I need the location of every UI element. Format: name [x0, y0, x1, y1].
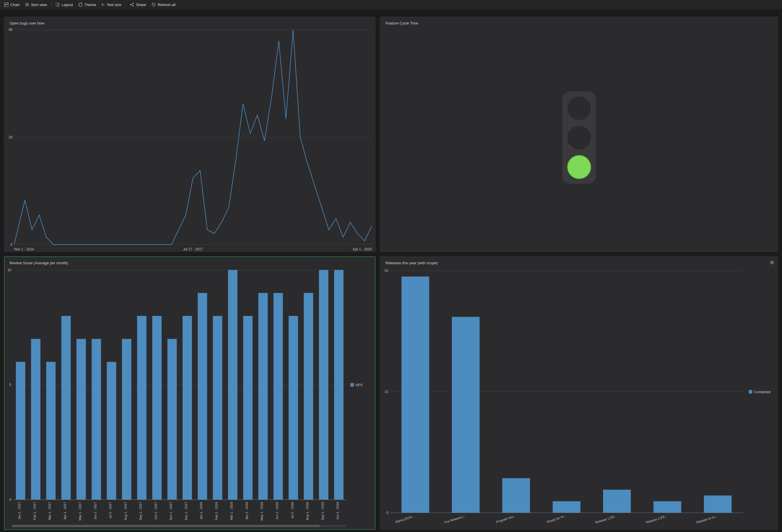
svg-text:Feb 1 - 2017: Feb 1 - 2017	[33, 502, 36, 520]
svg-text:21: 21	[385, 390, 389, 394]
svg-point-9	[133, 3, 134, 4]
panel-releases[interactable]: Releases this year (with scope) 02142Alp…	[380, 256, 778, 530]
svg-text:Alpha [2019-...: Alpha [2019-...	[395, 514, 416, 524]
svg-text:Feb 1 - 2018: Feb 1 - 2018	[215, 502, 218, 520]
svg-rect-71	[304, 293, 313, 500]
bar-chart: 0510Jan 1 - 2017Feb 1 - 2017Mar 1 - 2017…	[4, 266, 375, 529]
svg-text:Jun 1 - 2017: Jun 1 - 2017	[94, 502, 97, 520]
panel-title: Open bugs over time	[4, 17, 375, 27]
scrollbar-thumb[interactable]	[12, 525, 320, 527]
svg-rect-45	[107, 362, 116, 500]
svg-rect-93	[502, 478, 530, 513]
svg-point-7	[79, 3, 82, 6]
svg-text:May 1 - 2018: May 1 - 2018	[260, 502, 264, 521]
chart-button[interactable]: Chart	[2, 1, 22, 8]
svg-text:Jun 1 - 2018: Jun 1 - 2018	[275, 502, 279, 520]
svg-rect-39	[62, 316, 71, 500]
panel-review-score[interactable]: Review Score (Average per month) 0510Jan…	[4, 256, 376, 530]
svg-text:Sep 1 - 2018: Sep 1 - 2018	[321, 502, 324, 520]
svg-text:Jan 1 - 2017: Jan 1 - 2017	[17, 502, 21, 520]
list-icon	[25, 2, 29, 7]
svg-text:NPS: NPS	[356, 383, 363, 387]
panel-feature-cycle[interactable]: Feature Cycle Time	[380, 17, 778, 252]
text-size-button[interactable]: A+ Text size	[99, 1, 123, 8]
svg-rect-91	[452, 317, 479, 513]
svg-text:Oct 1 - 2018: Oct 1 - 2018	[336, 502, 339, 520]
svg-text:58: 58	[9, 28, 13, 32]
svg-rect-37	[46, 362, 56, 500]
svg-rect-89	[402, 277, 429, 513]
panel-open-bugs[interactable]: Open bugs over time 02958Nov 1 - 2014Jul…	[4, 17, 376, 252]
svg-text:Nov 1 - 2017: Nov 1 - 2017	[169, 502, 173, 520]
refresh-icon	[151, 2, 156, 7]
svg-text:Apr 1 - 2020: Apr 1 - 2020	[353, 247, 372, 251]
svg-rect-6	[58, 5, 60, 6]
svg-text:Aug 1 - 2017: Aug 1 - 2017	[124, 502, 127, 520]
svg-text:Release 1 [20...: Release 1 [20...	[595, 514, 617, 524]
panel-menu-button[interactable]	[769, 260, 775, 265]
horizontal-scrollbar[interactable]	[12, 525, 346, 527]
svg-rect-63	[243, 316, 253, 500]
chart-icon	[4, 2, 9, 7]
svg-rect-77	[350, 383, 354, 387]
svg-text:Release 2 [20...: Release 2 [20...	[645, 514, 668, 524]
svg-text:5: 5	[9, 383, 11, 387]
svg-rect-35	[31, 339, 41, 500]
refresh-all-button[interactable]: Refresh all	[149, 1, 178, 8]
svg-line-12	[131, 5, 133, 6]
layout-icon	[56, 2, 60, 7]
theme-label: Theme	[84, 3, 96, 7]
svg-text:Jul 17 - 2017: Jul 17 - 2017	[183, 247, 203, 251]
bar-chart: 02142Alpha [2019-...Pre Release [...Prog…	[380, 266, 778, 529]
item-view-button[interactable]: Item view	[23, 1, 49, 8]
svg-rect-41	[76, 339, 86, 500]
layout-button[interactable]: Layout	[53, 1, 75, 8]
svg-text:Jul 1 - 2018: Jul 1 - 2018	[291, 502, 294, 519]
svg-line-11	[131, 4, 133, 5]
svg-text:Mar 1 - 2018: Mar 1 - 2018	[230, 502, 233, 520]
svg-text:Nov 1 - 2014: Nov 1 - 2014	[14, 247, 34, 251]
svg-text:Program Incr...: Program Incr...	[495, 514, 516, 524]
svg-rect-103	[749, 390, 752, 393]
svg-rect-43	[92, 339, 101, 500]
svg-rect-5	[58, 3, 60, 4]
svg-rect-73	[319, 270, 328, 500]
panel-body	[380, 27, 778, 252]
svg-rect-51	[152, 316, 162, 500]
svg-rect-69	[289, 316, 298, 500]
svg-rect-101	[704, 495, 732, 513]
svg-rect-49	[137, 316, 147, 500]
svg-text:42: 42	[385, 269, 389, 273]
svg-rect-99	[653, 501, 681, 513]
svg-rect-61	[228, 270, 238, 500]
line-chart: 02958Nov 1 - 2014Jul 17 - 2017Apr 1 - 20…	[4, 27, 375, 252]
svg-point-10	[133, 5, 134, 6]
svg-text:Ready for Pr...: Ready for Pr...	[546, 514, 567, 524]
svg-text:Aug 1 - 2018: Aug 1 - 2018	[306, 502, 309, 520]
svg-rect-97	[603, 490, 631, 513]
svg-rect-53	[167, 339, 177, 500]
svg-text:Mar 1 - 2017: Mar 1 - 2017	[48, 502, 51, 520]
svg-text:0: 0	[10, 243, 12, 247]
panel-body: 02142Alpha [2019-...Pre Release [...Prog…	[380, 266, 778, 529]
panel-body: 02958Nov 1 - 2014Jul 17 - 2017Apr 1 - 20…	[4, 27, 375, 252]
share-button[interactable]: Share	[127, 1, 148, 8]
share-icon	[130, 2, 134, 7]
svg-rect-55	[183, 316, 192, 500]
svg-text:May 1 - 2017: May 1 - 2017	[78, 502, 82, 521]
svg-rect-67	[274, 293, 283, 500]
layout-label: Layout	[62, 3, 73, 7]
panel-body: 0510Jan 1 - 2017Feb 1 - 2017Mar 1 - 2017…	[4, 266, 375, 529]
panel-title: Feature Cycle Time	[380, 17, 778, 27]
svg-text:0: 0	[387, 511, 389, 515]
theme-icon	[78, 2, 83, 7]
dashboard-grid: Open bugs over time 02958Nov 1 - 2014Jul…	[4, 17, 778, 528]
svg-text:Pre Release [...: Pre Release [...	[444, 514, 466, 524]
theme-button[interactable]: Theme	[76, 1, 98, 8]
svg-rect-47	[122, 339, 132, 500]
separator	[51, 2, 51, 7]
svg-text:Completed: Completed	[754, 390, 771, 394]
svg-rect-59	[213, 316, 222, 500]
svg-point-24	[567, 126, 591, 149]
svg-text:Oct 1 - 2017: Oct 1 - 2017	[154, 502, 157, 520]
